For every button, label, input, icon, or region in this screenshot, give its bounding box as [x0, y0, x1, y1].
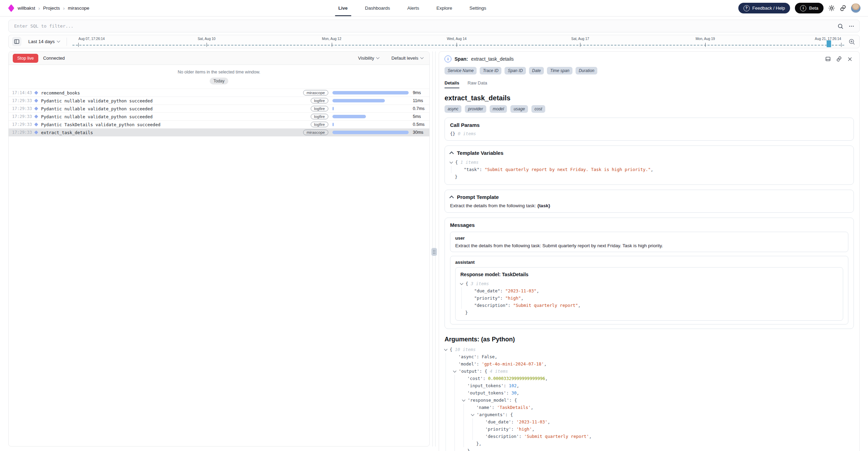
- collapse-chevron-icon[interactable]: [444, 348, 448, 351]
- time-range-bar: Last 14 days Aug 07, 17:26:14Sat, Aug 10…: [8, 35, 860, 48]
- badge-label: Duration: [576, 67, 597, 74]
- collapse-chevron-icon[interactable]: [471, 413, 475, 416]
- sidebar-toggle-icon[interactable]: [12, 37, 21, 46]
- token-key: 'async': [458, 354, 477, 359]
- span-tab-details[interactable]: Details: [445, 80, 459, 88]
- tree-children: 'async': False,'model': 'gpt-4o-mini-202…: [446, 353, 854, 451]
- user-avatar[interactable]: [851, 3, 860, 13]
- divider: [67, 38, 67, 46]
- collapse-chevron-icon[interactable]: [460, 282, 463, 285]
- beta-label: Beta: [809, 6, 818, 11]
- collapse-chevron-icon[interactable]: [453, 369, 457, 373]
- badge-label: Service Name: [445, 67, 477, 74]
- logo-icon[interactable]: [8, 4, 14, 12]
- duration-bar-track: [332, 91, 409, 94]
- theme-toggle-icon[interactable]: [828, 5, 835, 11]
- tree-children: 'name': 'TaskDetails','arguments': {'due…: [463, 404, 854, 447]
- span-tab-raw-data[interactable]: Raw Data: [468, 80, 487, 88]
- log-row[interactable]: 17:29:33Pydantic nullable validate_pytho…: [9, 97, 429, 105]
- meta-badge-time-span: Time span: [547, 67, 572, 74]
- resizer-grip-icon[interactable]: [431, 248, 437, 256]
- token-punct: :: [511, 419, 516, 424]
- beta-button[interactable]: i Beta: [795, 3, 824, 13]
- log-row[interactable]: 17:29:33Pydantic TaskDetails validate_py…: [9, 121, 429, 129]
- response-model-heading: Response model: TaskDetails: [460, 272, 838, 277]
- collapse-chevron-icon[interactable]: [450, 160, 453, 164]
- meta-badge-trace-id: Trace ID: [480, 67, 501, 74]
- panel-resizer[interactable]: [431, 51, 437, 447]
- default-levels-dropdown[interactable]: Default levels: [389, 55, 425, 61]
- timeline-tick-mark: [457, 43, 457, 47]
- search-icon[interactable]: [837, 23, 844, 29]
- token-punct: :: [479, 167, 485, 172]
- log-row[interactable]: 17:29:33Pydantic nullable validate_pytho…: [9, 113, 429, 121]
- badge-label: Span ID: [505, 67, 526, 74]
- timeline-tick-mark: [580, 43, 580, 47]
- log-name: extract_task_details: [41, 130, 93, 135]
- log-time: 17:14:43: [12, 90, 33, 95]
- zoom-in-icon[interactable]: [848, 38, 855, 45]
- span-kind-label: Span:: [455, 56, 468, 62]
- tab-settings[interactable]: Settings: [469, 0, 487, 16]
- share-link-icon[interactable]: [840, 5, 846, 11]
- badge-label: Time span: [547, 67, 572, 74]
- chevron-down-icon: [57, 39, 60, 43]
- log-time: 17:29:33: [12, 106, 33, 111]
- timeline-tick-label: Mon, Aug 12: [322, 37, 341, 41]
- close-icon[interactable]: [847, 57, 852, 62]
- prompt-template-variable: {task}: [537, 203, 550, 208]
- tab-dashboards[interactable]: Dashboards: [364, 0, 391, 16]
- tab-live[interactable]: Live: [338, 0, 348, 16]
- span-diamond-icon: [34, 114, 38, 118]
- token-punct: ,: [578, 303, 581, 308]
- token-punct: :: [511, 427, 516, 432]
- time-range-dropdown[interactable]: Last 14 days: [26, 39, 62, 44]
- response-model-json: { 3 items"due_date": "2023-11-03","prior…: [460, 280, 838, 316]
- message-role: assistant: [455, 260, 843, 265]
- timeline-tick-label: Wed, Aug 14: [447, 37, 467, 41]
- tree-line: { 1 items: [450, 159, 848, 166]
- timeline-tick-mark: [705, 43, 706, 47]
- token-punct: ,: [544, 361, 547, 367]
- log-row[interactable]: 17:29:33extract_task_detailsmirascope30m…: [9, 129, 429, 137]
- collapse-icon[interactable]: [449, 151, 454, 156]
- dock-panel-icon[interactable]: [825, 56, 831, 62]
- token-punct: {: [510, 412, 513, 417]
- token-punct: ,: [521, 295, 523, 301]
- page: { "nav": { "breadcrumb": ["willbakst", "…: [0, 0, 868, 451]
- span-meta-badges: Service NameTrace IDSpan IDDateTime span…: [445, 67, 854, 74]
- question-icon: ?: [744, 5, 750, 11]
- breadcrumb-item-Projects[interactable]: Projects: [43, 6, 60, 11]
- empty-object: {}: [450, 131, 455, 136]
- log-row[interactable]: 17:29:33Pydantic nullable validate_pytho…: [9, 105, 429, 113]
- token-punct: },: [476, 441, 481, 446]
- stop-live-button[interactable]: Stop live: [13, 54, 38, 63]
- breadcrumb-item-willbakst[interactable]: willbakst: [18, 6, 35, 11]
- badge-label: cost: [531, 105, 545, 113]
- tab-explore[interactable]: Explore: [436, 0, 453, 16]
- log-name: Pydantic nullable validate_python succee…: [41, 98, 153, 103]
- template-variables-json: { 1 items"task": "Submit quarterly repor…: [450, 159, 848, 180]
- feedback-help-button[interactable]: ? Feedback / Help: [738, 3, 790, 13]
- tab-alerts[interactable]: Alerts: [407, 0, 420, 16]
- log-row[interactable]: 17:14:43recommend_booksmirascope9ms: [9, 89, 429, 97]
- chevron-down-icon: [420, 56, 424, 59]
- sql-filter-input[interactable]: [13, 23, 837, 29]
- token-punct: ,: [545, 376, 548, 381]
- collapse-chevron-icon[interactable]: [462, 398, 466, 402]
- timeline[interactable]: Aug 07, 17:26:14Sat, Aug 10Mon, Aug 12We…: [72, 35, 844, 48]
- token-key: 'model': [458, 361, 477, 367]
- top-nav-left: willbakst›Projects›mirascope: [0, 6, 89, 11]
- top-nav-right: ? Feedback / Help i Beta: [738, 3, 868, 13]
- copy-link-icon[interactable]: [836, 56, 842, 62]
- breadcrumb-item-mirascope[interactable]: mirascope: [68, 6, 89, 11]
- visibility-dropdown[interactable]: Visibility: [356, 55, 381, 61]
- timeline-selection[interactable]: [827, 40, 831, 47]
- collapse-icon[interactable]: [449, 196, 454, 200]
- duration-bar: [332, 99, 385, 102]
- token-key: 'cost': [467, 376, 483, 381]
- duration-bar: [332, 131, 409, 134]
- more-options-icon[interactable]: [848, 23, 855, 29]
- duration-label: 30ms: [413, 130, 429, 135]
- tree-line: "task": "Submit quarterly report by next…: [459, 166, 848, 173]
